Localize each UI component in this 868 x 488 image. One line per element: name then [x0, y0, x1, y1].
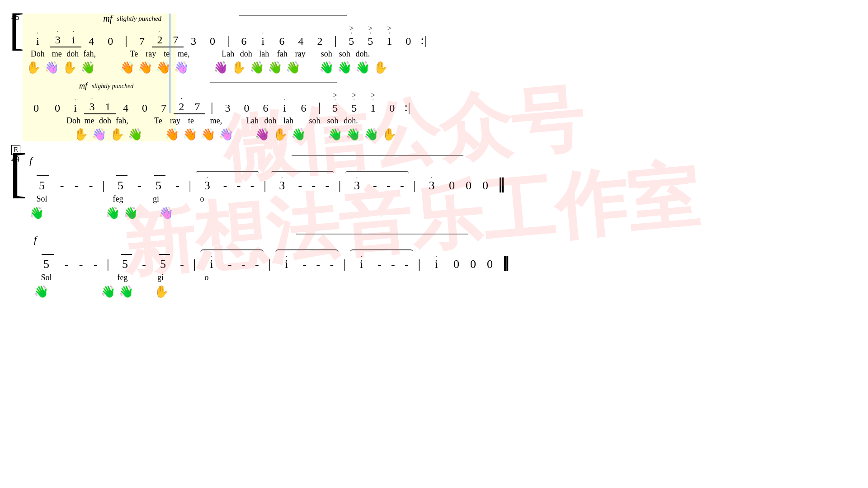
score-container: 微信公众号 新想法音乐工作室 45 [ mf slightly punched [0, 0, 868, 303]
dynamics-f-1: f [29, 155, 32, 167]
note-3-dot-last: · 3 [420, 179, 443, 192]
hand-green-49-lower-2: 👋 [101, 285, 115, 299]
section-e-label-container: E 49 [11, 145, 20, 164]
dim-line-1 [239, 15, 347, 16]
note-5-bar-3: 5 [147, 179, 170, 192]
note-i-1: · i [26, 35, 49, 47]
lyric-soh-r2: soh [306, 116, 324, 126]
lyric-soh-r2-2: soh [324, 116, 342, 126]
note-5-acc-1: > · 5 [342, 35, 360, 47]
lyric-doh-3: doh [237, 49, 255, 59]
notes-49-lower: 5 - - - | 5 - 5 - | [34, 246, 859, 271]
note-i-lower-3: · i [350, 258, 373, 271]
hand-blue-49: 👋 [159, 206, 173, 220]
lyric-feg-49: feg [107, 194, 129, 204]
note-dash-2: - [70, 179, 83, 192]
repeat-barline-1: :| [420, 33, 426, 47]
hand-yellow-3: 🤚 [231, 61, 246, 75]
hand-pink-r2-3: 👋 [201, 127, 215, 141]
lyric-feg-49-lower: feg [111, 273, 134, 282]
note-4-2: 4 [292, 35, 310, 47]
note-4-1: 4 [82, 35, 100, 47]
slur-lower-1: · i - - - [200, 258, 264, 271]
note-i-2: · i [254, 35, 272, 47]
note-2-1: 2 [311, 35, 329, 47]
lyric-o-49-lower: o [195, 273, 218, 282]
hands-row-2: 🤚 👋 🤚 👋 👋 👋 👋 👋 👋 🤚 👋 👋 [25, 127, 859, 141]
repeat-end-r2: :| [404, 100, 410, 114]
hand-orange-4: 👋 [286, 61, 300, 75]
row1: [ mf slightly punched · i [9, 14, 859, 75]
hand-green-2: 👋 [337, 61, 352, 75]
note-3-r2: 3 [219, 102, 237, 114]
lyric-te-r2: Te [149, 116, 167, 126]
notes-row-2: 0 0 · i · 3 1 [25, 92, 859, 114]
lyric-doh-r2-3: doh [261, 116, 279, 126]
note-0-r2-5: 0 [383, 102, 401, 114]
lyric-sol-49-lower: Sol [34, 273, 59, 282]
lyric-te-2: te [159, 49, 175, 59]
barline-2: | [227, 33, 230, 47]
note-0-2: 0 [203, 35, 222, 47]
barline-r2-1: | [211, 100, 213, 114]
hand-blue-r2-2: 👋 [219, 127, 233, 141]
hand-yellow-r2-3: 🤚 [273, 127, 288, 141]
note-i-r2-2: · i [276, 102, 294, 114]
hand-pink-1: 👋 [120, 61, 134, 75]
hand-green-49-lower-1: 👋 [34, 285, 48, 299]
barline-r2-2: | [318, 100, 321, 114]
slur-group-2: · 3 - - - [271, 179, 334, 192]
note-6-2: 6 [273, 35, 291, 47]
barline-49-2: | [189, 178, 192, 192]
slur-lower-3: · i - - - [350, 258, 413, 271]
lyric-me-r2-2: me, [207, 116, 225, 126]
note-6-r2: 6 [257, 102, 275, 114]
hand-purple-r2: 👋 [255, 127, 269, 141]
hand-green-49-3: 👋 [123, 206, 138, 220]
slur-group-3: · 3 - - - [345, 179, 409, 192]
tempo-mark-2: slightly punched [92, 83, 133, 90]
lyric-lah-2: lah [255, 49, 273, 59]
note-0-49-2: 0 [461, 179, 476, 192]
notes-row-1: · i · 3 · i 4 [26, 25, 859, 47]
staff-49-lower: f 5 - - - | 5 - [9, 234, 859, 299]
lyrics-row-2: Doh me doh fah, Te ray te me, Lah doh la… [25, 116, 859, 126]
notes-49-upper: 5 - - - | 5 - 5 - | [29, 168, 859, 192]
hand-green-r2: 👋 [291, 127, 306, 141]
barline-49-1: | [102, 178, 105, 192]
lyric-doh-4: doh. [354, 49, 372, 59]
lyric-te-1: Te [125, 49, 143, 59]
hand-green-49-1: 👋 [29, 206, 44, 220]
left-bracket-top: [ [9, 18, 24, 42]
lyric-soh-1: soh [317, 49, 335, 59]
hand-green-1: 👋 [319, 61, 334, 75]
hand-orange-2: 👋 [250, 61, 264, 75]
barline-49-5: | [413, 178, 416, 192]
final-barline-lower: ‖ [502, 254, 509, 271]
note-1-acc-r2: > · 1 [364, 102, 382, 114]
note-3-dot-1: · 3 [196, 179, 218, 192]
note-6-r2-2: 6 [295, 102, 313, 114]
lyric-doh-r2-2: doh [97, 116, 113, 126]
lyric-fah-1: fah, [80, 49, 99, 59]
staff-49-upper: [ f 5 - - - | [9, 155, 859, 220]
hand-yellow-49-lower: 🤚 [154, 285, 169, 299]
note-0-1: 0 [101, 35, 119, 47]
hand-green-3: 👋 [355, 61, 370, 75]
lyric-gi-49-lower: gi [149, 273, 172, 282]
bracket-49: [ [9, 162, 27, 184]
hand-purple-1: 👋 [213, 61, 228, 75]
note-5-lower-1: 5 [34, 258, 59, 271]
row2: mf slightly punched 0 0 · i · 3 [9, 81, 859, 141]
lyric-me-1: me [49, 49, 65, 59]
lyric-doh-r2-4: doh. [342, 116, 360, 126]
lyric-lah-r2: Lah [243, 116, 261, 126]
hand-green-r2-3: 👋 [346, 127, 360, 141]
underline-group-2: · 2 7 [152, 34, 184, 47]
note-0-49-3: 0 [477, 179, 493, 192]
underline-group-1: · 3 · i [50, 34, 81, 47]
hands-49-lower: 👋 👋 👋 🤚 [34, 285, 859, 299]
hand-green-r2-2: 👋 [328, 127, 342, 141]
underline-r2: · 3 1 [84, 101, 116, 114]
hand-yellow-r2-4: 🤚 [382, 127, 396, 141]
